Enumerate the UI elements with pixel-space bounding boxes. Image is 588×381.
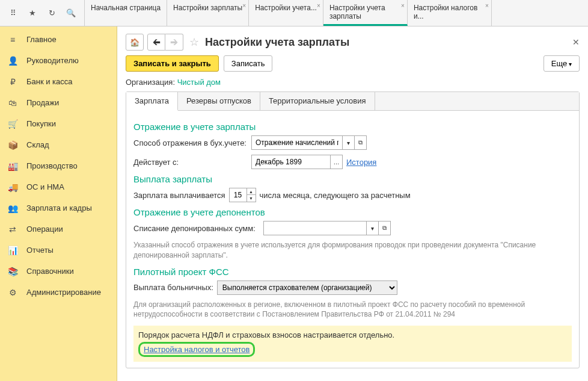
sidebar-icon: ≡ bbox=[7, 35, 18, 45]
tax-settings-link[interactable]: Настройка налогов и отчетов bbox=[144, 345, 250, 354]
sidebar-item[interactable]: 👤Руководителю bbox=[0, 50, 117, 71]
home-button[interactable]: 🏠 bbox=[126, 34, 144, 51]
sidebar-item[interactable]: ₽Банк и касса bbox=[0, 71, 117, 92]
close-icon[interactable]: ✕ bbox=[572, 37, 580, 47]
sidebar-item[interactable]: ⚙Администрирование bbox=[0, 282, 117, 303]
sidebar-label: Руководителю bbox=[26, 56, 79, 65]
sidebar-item[interactable]: 📦Склад bbox=[0, 134, 117, 155]
effective-from-input[interactable] bbox=[252, 155, 330, 169]
sidebar-label: Склад bbox=[26, 140, 49, 149]
history-icon[interactable]: ↻ bbox=[43, 5, 60, 22]
payroll-day-spinner[interactable]: ▲ ▼ bbox=[229, 188, 256, 202]
window-tabs: Начальная страницаНастройки зарплаты×Нас… bbox=[85, 0, 588, 26]
sidebar-item[interactable]: 📊Отчеты bbox=[0, 240, 117, 261]
writeoff-input[interactable] bbox=[264, 221, 366, 235]
organization-row: Организация: Чистый дом bbox=[126, 78, 580, 87]
sidebar-icon: 🛒 bbox=[7, 119, 18, 129]
effective-from-input-group[interactable]: … bbox=[251, 155, 343, 169]
sidebar-label: Главное bbox=[26, 35, 57, 44]
sidebar-icon: 📦 bbox=[7, 140, 18, 150]
sidebar-label: ОС и НМА bbox=[26, 182, 64, 191]
sidebar-item[interactable]: ≡Главное bbox=[0, 29, 117, 50]
sidebar-icon: 🏭 bbox=[7, 161, 18, 171]
ellipsis-icon[interactable]: … bbox=[330, 155, 342, 169]
effective-from-label: Действует с: bbox=[133, 158, 248, 167]
sidebar-icon: ₽ bbox=[7, 77, 18, 87]
forward-button[interactable]: 🡲 bbox=[165, 34, 183, 51]
payroll-day-input[interactable] bbox=[230, 188, 247, 202]
sidebar-item[interactable]: 🛒Покупки bbox=[0, 113, 117, 134]
panel-tab[interactable]: Зарплата bbox=[126, 92, 178, 111]
sidebar-item[interactable]: ⇄Операции bbox=[0, 218, 117, 240]
section-payroll-reflection: Отражение в учете зарплаты bbox=[133, 122, 572, 132]
spinner-down-icon[interactable]: ▼ bbox=[247, 195, 256, 202]
sidebar-label: Банк и касса bbox=[26, 77, 73, 86]
sidebar-item[interactable]: 🏭Производство bbox=[0, 155, 117, 176]
tab-close-icon[interactable]: × bbox=[242, 2, 246, 9]
sidebar-icon: ⇄ bbox=[7, 225, 18, 234]
sidebar-item[interactable]: 📚Справочники bbox=[0, 261, 117, 282]
tab-close-icon[interactable]: × bbox=[317, 2, 320, 9]
sidebar-label: Администрирование bbox=[26, 288, 101, 297]
writeoff-select[interactable]: ▾ ⧉ bbox=[263, 221, 391, 235]
dropdown-icon[interactable]: ▾ bbox=[366, 221, 378, 235]
open-icon[interactable]: ⧉ bbox=[354, 136, 366, 149]
sickleave-select[interactable]: Выполняется страхователем (организацией) bbox=[217, 280, 397, 295]
panel-tabs: ЗарплатаРезервы отпусковТерриториальные … bbox=[126, 92, 579, 111]
star-icon[interactable]: ★ bbox=[24, 5, 41, 22]
highlight-box: Порядок расчета НДФЛ и страховых взносов… bbox=[133, 326, 572, 362]
sidebar-label: Операции bbox=[26, 225, 63, 234]
sidebar-icon: 📊 bbox=[7, 246, 18, 255]
sidebar: ≡Главное👤Руководителю₽Банк и касса🛍Прода… bbox=[0, 26, 117, 381]
panel-tab[interactable]: Резервы отпусков bbox=[178, 92, 260, 110]
highlight-text: Порядок расчета НДФЛ и страховых взносов… bbox=[138, 330, 567, 339]
reflection-method-select[interactable]: ▾ ⧉ bbox=[251, 135, 367, 150]
save-close-button[interactable]: Записать и закрыть bbox=[126, 55, 219, 72]
sidebar-item[interactable]: 🚚ОС и НМА bbox=[0, 176, 117, 197]
sidebar-label: Покупки bbox=[26, 119, 56, 128]
top-bar: ⠿ ★ ↻ 🔍 Начальная страницаНастройки зарп… bbox=[0, 0, 588, 26]
window-tab[interactable]: Настройки учета зарплаты× bbox=[323, 0, 408, 26]
page-title: Настройки учета зарплаты bbox=[205, 36, 349, 49]
panel-tab[interactable]: Территориальные условия bbox=[260, 92, 375, 110]
section-fss: Пилотный проект ФСС bbox=[133, 267, 572, 277]
tab-close-icon[interactable]: × bbox=[401, 2, 405, 9]
sidebar-icon: 🚚 bbox=[7, 182, 18, 192]
sickleave-label: Выплата больничных: bbox=[133, 283, 213, 292]
back-button[interactable]: 🡰 bbox=[147, 34, 165, 51]
window-tab[interactable]: Начальная страница bbox=[85, 0, 167, 26]
dropdown-icon[interactable]: ▾ bbox=[342, 136, 354, 149]
org-value: Чистый дом bbox=[177, 78, 221, 87]
apps-icon[interactable]: ⠿ bbox=[5, 5, 22, 22]
sidebar-label: Справочники bbox=[26, 267, 74, 276]
save-button[interactable]: Записать bbox=[224, 55, 273, 72]
sidebar-icon: 👥 bbox=[7, 203, 18, 213]
spinner-up-icon[interactable]: ▲ bbox=[247, 188, 256, 195]
sidebar-icon: 📚 bbox=[7, 267, 18, 276]
sidebar-icon: 👤 bbox=[7, 56, 18, 66]
open-icon[interactable]: ⧉ bbox=[378, 221, 390, 235]
org-label: Организация: bbox=[126, 78, 175, 87]
window-tab[interactable]: Настройки зарплаты× bbox=[167, 0, 249, 26]
sidebar-label: Производство bbox=[26, 161, 78, 170]
action-bar: Записать и закрыть Записать Еще bbox=[126, 55, 580, 72]
fss-hint: Для организаций расположенных в регионе,… bbox=[133, 300, 572, 320]
sidebar-item[interactable]: 🛍Продажи bbox=[0, 92, 117, 113]
reflection-method-label: Способ отражения в бух.учете: bbox=[133, 138, 248, 147]
section-deponents: Отражение в учете депонентов bbox=[133, 207, 572, 217]
more-button[interactable]: Еще bbox=[544, 55, 580, 72]
favorite-icon[interactable]: ☆ bbox=[189, 36, 199, 49]
settings-panel: ЗарплатаРезервы отпусковТерриториальные … bbox=[126, 91, 580, 368]
tab-close-icon[interactable]: × bbox=[485, 2, 489, 9]
sidebar-label: Отчеты bbox=[26, 246, 54, 255]
sidebar-item[interactable]: 👥Зарплата и кадры bbox=[0, 197, 117, 218]
sidebar-icon: 🛍 bbox=[7, 98, 18, 108]
payroll-day-label: Зарплата выплачивается bbox=[133, 191, 225, 200]
history-link[interactable]: История bbox=[346, 158, 376, 167]
sidebar-label: Продажи bbox=[26, 98, 59, 107]
toolbar-icons: ⠿ ★ ↻ 🔍 bbox=[0, 0, 85, 26]
reflection-method-input[interactable] bbox=[252, 136, 342, 149]
search-icon[interactable]: 🔍 bbox=[63, 5, 79, 22]
window-tab[interactable]: Настройки учета...× bbox=[249, 0, 323, 26]
window-tab[interactable]: Настройки налогов и...× bbox=[408, 0, 492, 26]
